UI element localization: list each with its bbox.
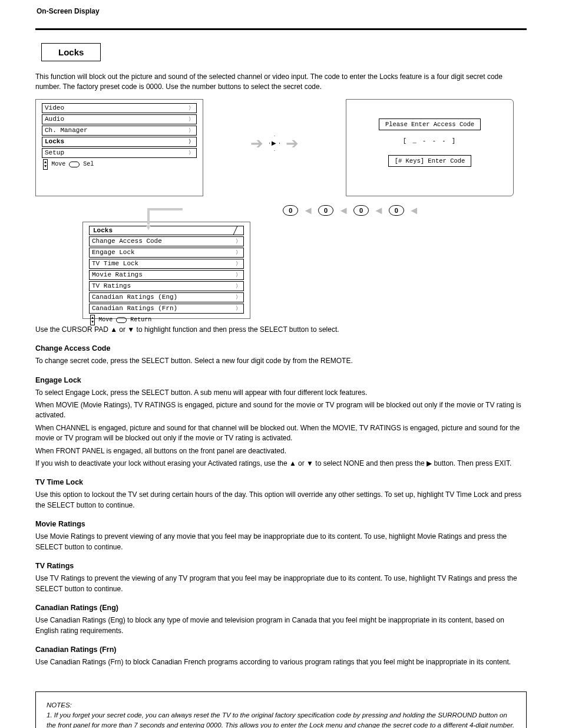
heading-can-frn: Canadian Ratings (Frn)	[35, 644, 527, 655]
select-oval-icon	[69, 162, 80, 167]
locks-item-movie[interactable]: Movie Ratings〉	[89, 270, 244, 280]
select-oval-icon	[116, 317, 127, 323]
locks-menu-hint: ▲▼ Move Return	[90, 315, 243, 325]
arrow-left-icon: ◄	[373, 205, 384, 217]
arrow-right-icon: ➔	[286, 134, 299, 153]
locks-menu-header: Locks	[89, 226, 244, 235]
locks-item-tv-time[interactable]: TV Time Lock〉	[89, 259, 244, 269]
arrow-left-icon: ◄	[338, 205, 349, 217]
text-engage-1: To select Engage Lock, press the SELECT …	[35, 388, 527, 398]
digit-zero-button[interactable]: 0	[283, 205, 298, 216]
heading-movie: Movie Ratings	[35, 519, 527, 529]
digit-zero-button[interactable]: 0	[318, 205, 333, 216]
menu-item-setup[interactable]: Setup〉	[42, 148, 197, 158]
text-engage-5: If you wish to deactivate your lock with…	[35, 459, 527, 469]
cursor-pad-icon	[269, 136, 280, 151]
locks-item-engage[interactable]: Engage Lock〉	[89, 248, 244, 258]
access-code-title: Please Enter Access Code	[379, 118, 481, 130]
chevron-right-icon: 〉	[236, 260, 241, 268]
section-tab-locks: Locks	[41, 43, 101, 61]
chevron-right-icon: 〉	[236, 249, 241, 256]
instruction-after-menu: Use the CURSOR PAD ▲ or ▼ to highlight f…	[35, 325, 527, 335]
chevron-right-icon: 〉	[189, 149, 194, 157]
chevron-right-icon: 〉	[189, 127, 194, 134]
arrow-left-icon: ◄	[303, 205, 313, 217]
text-engage-2: When MOVIE (Movie Ratings), TV RATINGS i…	[35, 400, 527, 421]
heading-can-eng: Canadian Ratings (Eng)	[35, 602, 527, 613]
main-menu-hint: ▲▼ Move Sel	[43, 159, 196, 170]
text-can-frn: Use Canadian Ratings (Frn) to block Cana…	[35, 657, 527, 667]
text-engage-4: When FRONT PANEL is engaged, all buttons…	[35, 446, 527, 456]
text-movie: Use Movie Ratings to prevent viewing of …	[35, 532, 527, 552]
heading-tv-time: TV Time Lock	[35, 477, 527, 487]
text-change-code: To change secret code, press the SELECT …	[35, 356, 527, 366]
chevron-right-icon: 〉	[236, 294, 241, 301]
chevron-right-icon: 〉	[189, 104, 194, 112]
updown-icon: ▲▼	[90, 315, 95, 325]
intro-text: This function will block out the picture…	[35, 72, 527, 92]
screen-main-menu: Video〉 Audio〉 Ch. Manager〉 Locks〉 Setup〉…	[35, 99, 203, 196]
text-tv-time: Use this option to lockout the TV set du…	[35, 490, 527, 510]
locks-item-can-eng[interactable]: Canadian Ratings (Eng)〉	[89, 292, 244, 302]
page-header-title: On-Screen Display	[37, 7, 100, 15]
chevron-right-icon: 〉	[236, 238, 241, 245]
chevron-right-icon: 〉	[236, 271, 241, 279]
locks-item-change-code[interactable]: Change Access Code〉	[89, 236, 244, 246]
menu-item-ch-manager[interactable]: Ch. Manager〉	[42, 126, 197, 136]
top-divider	[35, 28, 527, 30]
screen-locks-menu: Locks Change Access Code〉 Engage Lock〉 T…	[82, 222, 250, 319]
menu-item-audio[interactable]: Audio〉	[42, 114, 197, 124]
flow-corner-icon	[147, 208, 183, 225]
text-engage-3: When CHANNEL is engaged, picture and sou…	[35, 423, 527, 444]
updown-icon: ▲▼	[43, 159, 48, 170]
notes-box: NOTES: 1. If you forget your secret code…	[35, 691, 527, 729]
digit-zero-button[interactable]: 0	[353, 205, 369, 216]
heading-change-code: Change Access Code	[35, 343, 527, 354]
chevron-right-icon: 〉	[189, 138, 194, 146]
arrow-left-icon: ◄	[409, 205, 419, 217]
access-code-hint: [# Keys] Enter Code	[388, 155, 472, 167]
note-1: 1. If you forget your secret code, you c…	[47, 710, 515, 728]
menu-item-video[interactable]: Video〉	[42, 103, 197, 113]
zero-entry-flow: 0 ◄ 0 ◄ 0 ◄ 0 ◄	[35, 205, 527, 217]
text-tv-ratings: Use TV Ratings to prevent the viewing of…	[35, 574, 527, 594]
chevron-right-icon: 〉	[236, 305, 241, 312]
menu-item-locks[interactable]: Locks〉	[42, 137, 197, 147]
access-code-display: [ _ - - - ]	[349, 137, 511, 144]
locks-item-can-frn[interactable]: Canadian Ratings (Frn)〉	[89, 304, 244, 314]
arrow-right-icon: ➔	[250, 134, 263, 153]
heading-engage: Engage Lock	[35, 375, 527, 386]
screen-access-code: Please Enter Access Code [ _ - - - ] [# …	[346, 99, 514, 196]
chevron-right-icon: 〉	[189, 116, 194, 123]
text-can-eng: Use Canadian Ratings (Eng) to block any …	[35, 615, 527, 636]
flow-arrows-right: ➔ ➔	[250, 134, 299, 153]
locks-item-tv-ratings[interactable]: TV Ratings〉	[89, 281, 244, 291]
chevron-right-icon: 〉	[236, 282, 241, 290]
heading-tv-ratings: TV Ratings	[35, 561, 527, 571]
digit-zero-button[interactable]: 0	[389, 205, 404, 216]
